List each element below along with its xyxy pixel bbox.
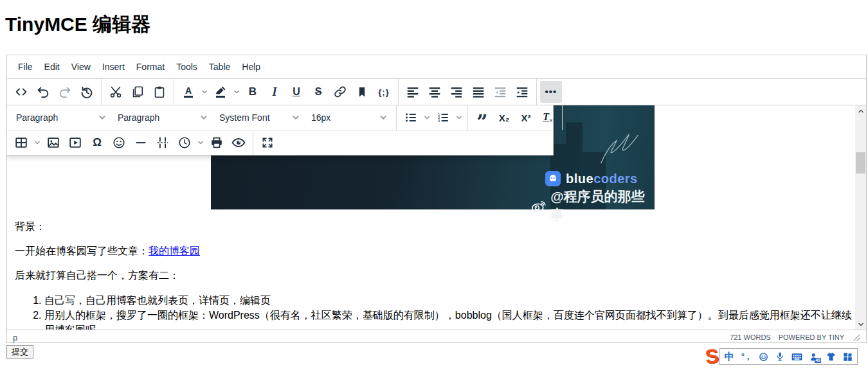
special-character-icon: Ω <box>93 136 102 149</box>
cut-button[interactable] <box>105 81 127 103</box>
anchor-button[interactable] <box>351 81 373 103</box>
resize-handle-icon[interactable] <box>853 334 860 341</box>
content-scrollbar[interactable] <box>855 105 866 330</box>
row2-spacer <box>562 105 569 130</box>
blockquote-button[interactable]: ” <box>471 107 493 129</box>
login-badge: 49 <box>815 358 821 363</box>
numbered-list-icon: 123 <box>436 111 450 125</box>
menu-insert[interactable]: Insert <box>96 58 131 75</box>
skin-icon[interactable] <box>826 352 836 361</box>
table-button[interactable] <box>10 132 32 154</box>
preview-button[interactable] <box>228 132 249 154</box>
highlight-color-button[interactable] <box>210 81 231 103</box>
text-color-button[interactable]: A <box>177 81 199 103</box>
scroll-up-arrow[interactable] <box>855 105 866 116</box>
menu-edit[interactable]: Edit <box>39 58 66 75</box>
restore-draft-button[interactable] <box>76 81 98 103</box>
underline-button[interactable]: U <box>285 81 307 103</box>
strikethrough-button[interactable]: S <box>307 81 329 103</box>
font-size-select[interactable]: 16px <box>305 112 393 123</box>
highlight-color-menu-button[interactable] <box>231 81 242 103</box>
more-options-button[interactable]: ••• <box>540 81 562 103</box>
redo-icon <box>58 85 72 99</box>
page-break-button[interactable] <box>152 132 174 154</box>
editor-content-area[interactable]: bluecoders @程序员的那些事 背景： 一开始在博客园写了些文章：我的博… <box>7 105 866 330</box>
text-color-menu-button[interactable] <box>199 81 210 103</box>
sogou-logo-icon[interactable]: S <box>705 348 719 366</box>
subscript-button[interactable]: X₂ <box>493 107 515 129</box>
menu-format[interactable]: Format <box>131 58 170 75</box>
punctuation-mode-icon[interactable]: °， <box>741 351 752 362</box>
table-menu-button[interactable] <box>32 132 42 154</box>
menu-help[interactable]: Help <box>236 58 266 75</box>
redo-button[interactable] <box>54 81 76 103</box>
insert-datetime-button[interactable] <box>174 132 195 154</box>
branding[interactable]: POWERED BY TINY <box>779 333 844 341</box>
emoji-icon[interactable] <box>759 352 768 362</box>
bullet-list-icon <box>404 111 418 125</box>
align-center-button[interactable] <box>424 81 446 103</box>
emoticon-button[interactable] <box>108 132 130 154</box>
align-right-button[interactable] <box>446 81 467 103</box>
font-family-select[interactable]: System Font <box>213 112 305 123</box>
align-left-button[interactable] <box>402 81 424 103</box>
statusbar: p 721 WORDS POWERED BY TINY <box>7 330 866 344</box>
menu-tools[interactable]: Tools <box>170 58 203 75</box>
justify-button[interactable] <box>467 81 489 103</box>
font-family-select-value: System Font <box>219 112 270 123</box>
print-button[interactable] <box>206 132 228 154</box>
weibo-handle-line: @程序员的那些事 <box>531 188 655 224</box>
italic-icon: I <box>272 85 276 99</box>
code-sample-button[interactable]: {;} <box>373 81 395 103</box>
fullscreen-button[interactable] <box>257 132 278 154</box>
paste-button[interactable] <box>149 81 170 103</box>
source-code-button[interactable] <box>10 81 32 103</box>
copy-button[interactable] <box>127 81 149 103</box>
link-icon <box>333 85 347 99</box>
word-count[interactable]: 721 WORDS <box>730 333 771 341</box>
menu-view[interactable]: View <box>66 58 96 75</box>
bullet-list-button[interactable] <box>400 107 422 129</box>
datetime-clock-icon <box>177 136 192 150</box>
chinese-mode-icon[interactable]: 中 <box>725 351 734 363</box>
insert-datetime-menu-button[interactable] <box>195 132 206 154</box>
indent-button[interactable] <box>511 81 533 103</box>
clear-formatting-button[interactable]: T× <box>537 107 559 129</box>
outdent-button[interactable] <box>489 81 511 103</box>
horizontal-rule-button[interactable] <box>130 132 152 154</box>
brand-word-blue: blue <box>566 172 593 186</box>
tinymce-editor: File Edit View Insert Format Tools Table… <box>6 55 867 343</box>
undo-button[interactable] <box>32 81 54 103</box>
numbered-list-menu-button[interactable] <box>454 107 464 129</box>
special-character-button[interactable]: Ω <box>86 132 108 154</box>
scroll-down-arrow[interactable] <box>855 319 866 330</box>
format-select[interactable]: Paragraph <box>10 112 112 123</box>
text-color-letter: A <box>185 87 192 94</box>
bullet-list-menu-button[interactable] <box>422 107 432 129</box>
paragraph-background: 背景： <box>15 220 856 234</box>
my-blog-link[interactable]: 我的博客园 <box>149 245 200 256</box>
element-path[interactable]: p <box>13 333 17 342</box>
menu-file[interactable]: File <box>12 58 39 75</box>
numbered-list-button[interactable]: 123 <box>432 107 454 129</box>
submit-button[interactable]: 提交 <box>6 345 33 359</box>
signature-scribble <box>592 125 647 172</box>
italic-button[interactable]: I <box>264 81 285 103</box>
insert-image-button[interactable] <box>42 132 64 154</box>
chevron-down-icon <box>456 114 462 121</box>
chevron-down-icon <box>233 89 240 95</box>
insert-media-button[interactable] <box>64 132 86 154</box>
clear-formatting-letter: T <box>543 111 549 122</box>
chevron-down-icon <box>200 114 208 121</box>
link-button[interactable] <box>329 81 351 103</box>
toolbox-icon[interactable] <box>843 352 853 362</box>
superscript-button[interactable]: X² <box>515 107 537 129</box>
soft-keyboard-icon[interactable] <box>791 353 802 361</box>
block-select[interactable]: Paragraph <box>112 112 213 123</box>
login-account-icon[interactable]: 49 <box>809 352 819 362</box>
microphone-icon[interactable] <box>775 351 784 362</box>
scrollbar-thumb[interactable] <box>856 152 865 173</box>
menu-table[interactable]: Table <box>203 58 236 75</box>
bold-button[interactable]: B <box>242 81 264 103</box>
toolbar-row-1: A B I U S <box>7 78 866 105</box>
